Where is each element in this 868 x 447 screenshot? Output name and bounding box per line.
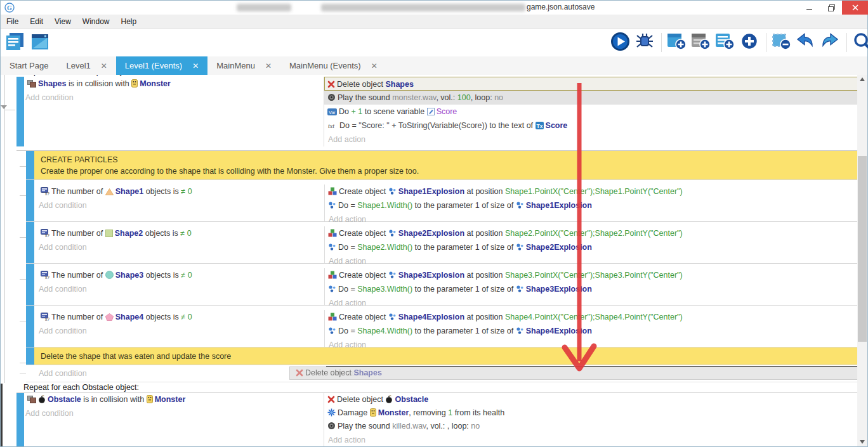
condition-row[interactable]: x?The number of Shape4 objects is ≠ 0 — [34, 310, 324, 324]
object-link[interactable]: Monster — [155, 395, 186, 404]
add-action-link[interactable]: Add action — [324, 133, 858, 146]
object-link[interactable]: Shape1Explosion — [526, 201, 592, 210]
menu-item-file[interactable]: File — [1, 15, 24, 29]
action-row[interactable]: Delete object Obstacle — [324, 393, 858, 406]
repeat-event[interactable]: Repeat for each Shapes object:Shapes is … — [1, 75, 858, 151]
scene-editor-button[interactable] — [31, 32, 51, 53]
scroll-down-arrow-icon[interactable] — [860, 440, 865, 444]
condition-row[interactable]: Obstacle is in collision with Monster — [24, 393, 324, 406]
sub-event[interactable]: x?The number of Shape3 objects is ≠ 0Add… — [26, 264, 858, 306]
add-comment-button[interactable] — [716, 32, 736, 53]
redo-button[interactable] — [820, 32, 841, 53]
event-selection-bar[interactable] — [16, 393, 24, 446]
condition-row[interactable]: Shapes is in collision with Monster — [24, 77, 324, 91]
comment-block[interactable]: Delete the shape that was eaten and upda… — [26, 347, 858, 365]
menu-item-window[interactable]: Window — [77, 15, 115, 29]
event-selection-bar[interactable] — [16, 77, 24, 146]
object-link[interactable]: Shape4Explosion — [526, 327, 592, 335]
object-link[interactable]: Shapes — [38, 79, 66, 88]
object-link[interactable]: Shape2 — [115, 229, 143, 238]
remove-event-button[interactable] — [772, 32, 792, 53]
condition-row[interactable]: x?The number of Shape1 objects is ≠ 0 — [34, 185, 324, 198]
tab-close-icon[interactable]: ✕ — [192, 62, 199, 70]
add-subevent-button[interactable] — [692, 32, 712, 53]
condition-row[interactable]: x?The number of Shape3 objects is ≠ 0 — [34, 268, 324, 282]
repeat-event[interactable]: Repeat for each Obstacle object:Obstacle… — [1, 382, 858, 446]
add-condition-link[interactable]: Add condition — [34, 198, 324, 212]
event-selection-bar[interactable] — [26, 347, 34, 365]
object-link[interactable]: Shape2Explosion — [398, 229, 464, 238]
project-manager-button[interactable] — [6, 32, 26, 53]
action-row[interactable]: Do = Shape2.Width() to the parameter 1 o… — [325, 240, 858, 254]
menu-item-edit[interactable]: Edit — [24, 15, 49, 29]
event-selection-bar[interactable] — [26, 151, 34, 179]
sub-event[interactable]: x?The number of Shape1 objects is ≠ 0Add… — [26, 180, 858, 222]
menu-item-help[interactable]: Help — [115, 15, 143, 29]
add-condition-link[interactable]: Add condition — [24, 406, 324, 420]
search-button[interactable] — [853, 32, 868, 53]
minimize-button[interactable] — [799, 1, 820, 15]
action-row[interactable]: Create object Shape3Explosion at positio… — [325, 268, 858, 282]
object-link[interactable]: Shapes — [353, 368, 381, 377]
object-link[interactable]: Monster — [140, 79, 171, 88]
add-action-link[interactable]: Add action — [324, 433, 858, 446]
add-circle-button[interactable] — [740, 32, 760, 53]
object-link[interactable]: Shape4Explosion — [398, 313, 464, 321]
event-selection-bar[interactable] — [26, 180, 34, 221]
action-row[interactable]: Create object Shape4Explosion at positio… — [325, 310, 858, 324]
scrollbar-thumb[interactable] — [858, 156, 867, 342]
sub-event[interactable]: x?The number of Shape4 objects is ≠ 0Add… — [26, 306, 858, 347]
object-link[interactable]: Shape1Explosion — [398, 187, 464, 196]
action-row[interactable]: Create object Shape2Explosion at positio… — [325, 226, 858, 240]
maximize-button[interactable] — [820, 1, 842, 15]
tab-close-icon[interactable]: ✕ — [101, 62, 107, 70]
undo-button[interactable] — [796, 32, 817, 53]
object-link[interactable]: Obstacle — [395, 395, 428, 404]
event-selection-bar[interactable] — [26, 306, 34, 347]
tab-mainmenu-events-[interactable]: MainMenu (Events)✕ — [280, 56, 386, 75]
sub-event[interactable]: x?The number of Shape2 objects is ≠ 0Add… — [26, 222, 858, 264]
object-link[interactable]: Shape3Explosion — [526, 285, 592, 294]
comment-block[interactable]: CREATE PARTICLESCreate the proper one ac… — [26, 151, 858, 180]
action-row[interactable]: Do = Shape3.Width() to the parameter 1 o… — [325, 282, 858, 296]
object-link[interactable]: Shape1 — [115, 187, 143, 196]
add-event-button[interactable] — [667, 32, 688, 53]
add-condition-link[interactable]: Add condition — [34, 240, 324, 254]
add-condition-link[interactable]: Add condition — [34, 282, 324, 296]
object-link[interactable]: Obstacle — [48, 395, 81, 404]
action-row[interactable]: Damage Monster, removing 1 from its heal… — [324, 406, 858, 420]
event-selection-bar[interactable] — [26, 222, 34, 263]
vertical-scrollbar[interactable] — [857, 75, 867, 446]
play-button[interactable] — [611, 32, 631, 53]
empty-event-drop-target[interactable]: Add conditionAdd actionDelete object Sha… — [26, 365, 858, 382]
action-row[interactable]: Play the sound monster.wav, vol.: 100, l… — [324, 91, 858, 105]
close-button[interactable] — [842, 1, 868, 15]
tab-start-page[interactable]: Start Page — [1, 56, 57, 75]
tab-close-icon[interactable]: ✕ — [265, 62, 272, 70]
object-link[interactable]: Shapes — [385, 80, 413, 89]
action-row[interactable]: Do = Shape4.Width() to the parameter 1 o… — [325, 324, 858, 338]
event-selection-bar[interactable] — [26, 264, 34, 305]
action-row[interactable]: txtDo = "Score: " + ToString(Variable(Sc… — [324, 119, 858, 133]
action-row[interactable]: Do = Shape1.Width() to the parameter 1 o… — [325, 198, 858, 212]
tab-close-icon[interactable]: ✕ — [371, 62, 378, 70]
tab-level1[interactable]: Level1✕ — [57, 56, 115, 75]
scroll-up-arrow-icon[interactable] — [860, 77, 865, 81]
object-link[interactable]: Score — [546, 121, 568, 130]
condition-row[interactable]: x?The number of Shape2 objects is ≠ 0 — [34, 226, 324, 240]
add-condition-link[interactable]: Add condition — [34, 324, 324, 338]
object-link[interactable]: Shape3Explosion — [398, 271, 464, 280]
action-row[interactable]: Create object Shape1Explosion at positio… — [325, 185, 858, 198]
object-link[interactable]: Shape4 — [115, 313, 143, 321]
debug-button[interactable] — [635, 32, 655, 53]
object-link[interactable]: Monster — [378, 408, 409, 417]
action-row[interactable]: Delete object Shapes — [324, 77, 858, 91]
object-link[interactable]: Shape2Explosion — [526, 243, 592, 252]
menu-item-view[interactable]: View — [49, 15, 77, 29]
action-row[interactable]: Play the sound killed.wav, vol.: , loop:… — [324, 420, 858, 433]
action-row[interactable]: VarDo + 1 to scene variable Score — [324, 105, 858, 119]
object-link[interactable]: Shape3 — [115, 271, 143, 280]
add-condition-link[interactable]: Add condition — [24, 91, 324, 105]
tab-level1-events-[interactable]: Level1 (Events)✕ — [116, 56, 207, 75]
tab-mainmenu[interactable]: MainMenu✕ — [207, 56, 280, 75]
